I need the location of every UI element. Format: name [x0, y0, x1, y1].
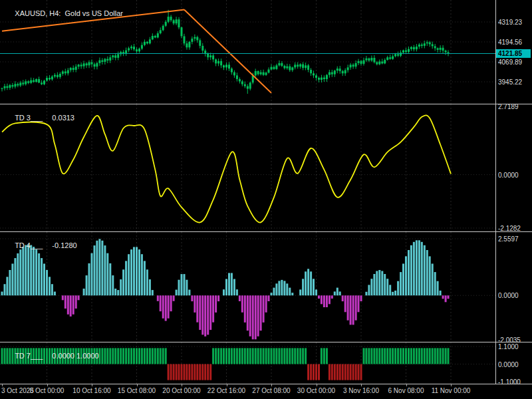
current-price-text: 4121.85 [498, 50, 522, 57]
td4-value: -0.1280 [52, 241, 76, 249]
time-tick [227, 384, 227, 386]
panel-divider[interactable] [0, 104, 532, 104]
td7-value: 0.0000 1.0000 [52, 352, 98, 360]
panel-divider[interactable] [0, 231, 532, 232]
td7-label: TD 7___0.0000 1.0000 [3, 344, 99, 368]
td3-indicator-panel: TD 3___0.0313 [0, 104, 495, 231]
axis-label: 0.0000 [498, 172, 519, 179]
time-tick [92, 384, 92, 386]
current-price-badge: 4121.85 [496, 49, 531, 58]
trading-terminal: XAUUSD, H4: Gold vs US Dollar TD 3___0.0… [0, 0, 532, 399]
time-tick [271, 384, 272, 386]
price-axis[interactable]: 4121.85 4319.234194.564069.893945.222.71… [496, 0, 532, 384]
axis-label: 4069.89 [498, 59, 522, 66]
axis-label: 1.1000 [498, 343, 519, 350]
time-axis-label: 8 Oct 00:00 [30, 387, 65, 394]
time-tick [47, 384, 48, 386]
symbol-label: XAUUSD, H4: Gold vs US Dollar [3, 1, 123, 25]
time-axis-label: 27 Oct 08:00 [252, 387, 290, 394]
td4-indicator-panel: TD 4___-0.1280 [0, 232, 495, 342]
td4-name: TD 4___ [15, 241, 43, 249]
axis-label: 3945.22 [498, 78, 522, 86]
time-axis-label: 15 Oct 08:00 [118, 387, 156, 394]
time-axis[interactable]: 3 Oct 20258 Oct 00:0010 Oct 16:0015 Oct … [0, 384, 532, 399]
time-axis-label: 3 Nov 16:00 [343, 387, 379, 394]
time-axis-label: 11 Nov 00:00 [432, 387, 471, 394]
axis-label: -2.1282 [498, 225, 521, 232]
time-tick [137, 384, 138, 386]
time-axis-label: 20 Oct 00:00 [162, 387, 200, 394]
symbol-title: XAUUSD, H4: Gold vs US Dollar [15, 9, 123, 17]
time-axis-label: 10 Oct 16:00 [72, 387, 110, 394]
td7-indicator-panel: TD 7___0.0000 1.0000 [0, 342, 495, 384]
time-axis-label: 3 Oct 2025 [1, 387, 34, 394]
panel-divider[interactable] [0, 342, 532, 342]
time-tick [317, 384, 317, 386]
axis-label: 0.0000 [498, 292, 519, 299]
td3-value: 0.0313 [52, 114, 74, 122]
td3-name: TD 3___ [15, 114, 43, 122]
axis-label: 4319.23 [498, 19, 522, 26]
td4-label: TD 4___-0.1280 [3, 233, 77, 257]
td3-label: TD 3___0.0313 [3, 106, 74, 130]
axis-label: 2.5597 [498, 235, 519, 243]
time-tick [2, 384, 3, 386]
time-tick [361, 384, 362, 386]
time-axis-label: 22 Oct 16:00 [207, 387, 245, 394]
time-tick [182, 384, 182, 386]
axis-label: 4194.56 [498, 39, 522, 46]
time-axis-label: 6 Nov 08:00 [388, 387, 424, 394]
time-tick [451, 384, 452, 386]
axis-label: 2.7189 [498, 103, 519, 110]
price-chart-panel: XAUUSD, H4: Gold vs US Dollar [0, 0, 495, 104]
time-axis-label: 30 Oct 00:00 [297, 387, 335, 394]
axis-label: 0.0000 [498, 361, 519, 368]
time-tick [406, 384, 407, 386]
td7-name: TD 7___ [15, 352, 43, 360]
